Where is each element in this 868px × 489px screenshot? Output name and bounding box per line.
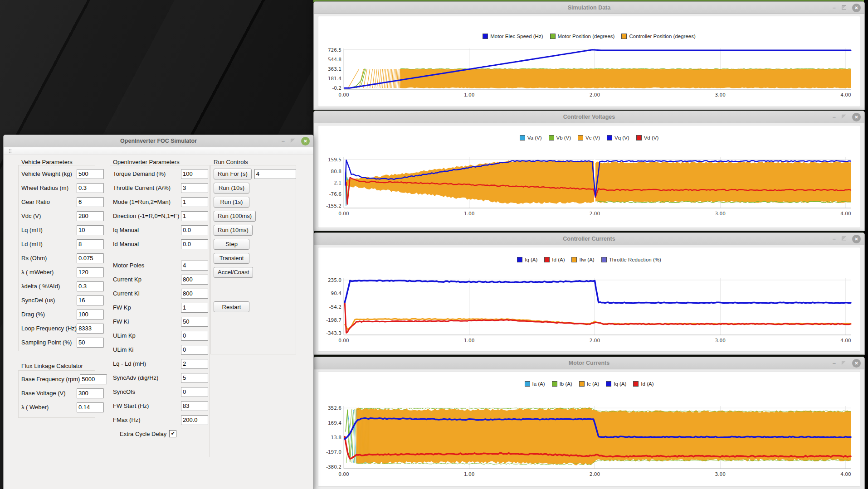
parameter-input[interactable] — [181, 331, 208, 341]
parameter-input[interactable] — [181, 211, 208, 221]
field-label: FW Start (Hz) — [113, 402, 181, 409]
titlebar[interactable]: Simulation Data – ✕ — [314, 2, 864, 14]
run-control-button[interactable]: Run (10ms) — [214, 225, 253, 236]
form-row: Motor Poles — [113, 258, 208, 272]
close-button[interactable]: ✕ — [852, 359, 861, 368]
extra-cycle-delay-checkbox[interactable]: ✔ — [169, 430, 176, 437]
parameter-input[interactable] — [77, 338, 104, 348]
parameter-input[interactable] — [181, 275, 208, 285]
maximize-button[interactable] — [842, 361, 846, 365]
field-label: Lq (mH) — [21, 227, 77, 233]
parameter-input[interactable] — [181, 359, 208, 369]
parameter-input[interactable] — [77, 225, 104, 235]
close-button[interactable]: ✕ — [852, 113, 861, 121]
parameter-input[interactable] — [77, 295, 104, 305]
parameter-input[interactable] — [77, 197, 104, 207]
parameter-input[interactable] — [77, 324, 104, 334]
parameter-input[interactable] — [181, 345, 208, 355]
parameter-input[interactable] — [77, 310, 104, 320]
run-control-button[interactable]: Step — [214, 239, 249, 250]
svg-text:1.00: 1.00 — [464, 92, 474, 97]
titlebar[interactable]: Controller Currents – ✕ — [314, 233, 864, 245]
form-row: SyncOfs — [113, 385, 208, 399]
field-label: SyncOfs — [113, 388, 181, 395]
maximize-button[interactable] — [842, 5, 846, 10]
close-button[interactable]: ✕ — [852, 235, 861, 243]
section-header-openinverter-parameters: OpenInverter Parameters — [113, 159, 180, 165]
close-button[interactable]: ✕ — [301, 137, 310, 145]
run-for-seconds-input[interactable] — [254, 169, 296, 179]
parameter-input[interactable] — [77, 402, 104, 412]
svg-text:4.00: 4.00 — [840, 471, 851, 477]
close-button[interactable]: ✕ — [852, 4, 861, 12]
titlebar[interactable]: OpenInverter FOC Simulator – ✕ — [4, 135, 313, 147]
form-row: Base Frequency (rpm) — [21, 372, 103, 386]
parameter-input[interactable] — [77, 267, 104, 277]
form-row: Wheel Radius (m) — [21, 181, 103, 195]
parameter-input[interactable] — [77, 253, 104, 263]
parameter-input[interactable] — [77, 169, 104, 179]
maximize-button[interactable] — [842, 115, 846, 119]
form-row: Current Ki — [113, 286, 208, 300]
parameter-input[interactable] — [77, 281, 104, 291]
field-label: SyncDel (us) — [21, 297, 77, 304]
svg-text:2.1: 2.1 — [334, 180, 341, 185]
field-label: Lq - Ld (mH) — [113, 360, 181, 367]
window-controls: – ✕ — [282, 135, 310, 147]
svg-text:3.00: 3.00 — [715, 211, 726, 216]
maximize-button[interactable] — [291, 139, 295, 143]
parameter-input[interactable] — [181, 317, 208, 327]
minimize-button[interactable]: – — [833, 233, 836, 245]
chart-plot: 159.580.82.1-76.6-155.20.001.002.003.004… — [318, 126, 860, 228]
minimize-button[interactable]: – — [833, 111, 836, 123]
field-label: FMax (Hz) — [113, 416, 181, 423]
run-control-button[interactable]: Run (100ms) — [214, 211, 256, 222]
run-control-button[interactable]: Run (1s) — [214, 197, 249, 208]
minimize-button[interactable]: – — [833, 2, 836, 14]
parameter-input[interactable] — [181, 303, 208, 313]
field-label: Current Kp — [113, 276, 181, 283]
parameter-input[interactable] — [77, 239, 104, 249]
parameter-input[interactable] — [181, 169, 208, 179]
svg-text:2.00: 2.00 — [590, 92, 600, 97]
parameter-input[interactable] — [80, 374, 107, 384]
toolbar-grip-icon[interactable] — [9, 149, 12, 154]
parameter-input[interactable] — [77, 183, 104, 193]
parameter-input[interactable] — [181, 373, 208, 383]
minimize-button[interactable]: – — [833, 357, 836, 369]
parameter-input[interactable] — [77, 211, 104, 221]
window-controls: – ✕ — [833, 233, 861, 245]
chart-plot: 726.5544.8363.1181.4-0.20.001.002.003.00… — [318, 16, 860, 107]
minimize-button[interactable]: – — [282, 135, 285, 147]
parameter-input[interactable] — [181, 225, 208, 235]
run-control-button[interactable]: Run (10s) — [214, 183, 249, 194]
svg-text:-155.2: -155.2 — [326, 203, 341, 208]
parameter-input[interactable] — [181, 197, 208, 207]
parameter-input[interactable] — [181, 289, 208, 299]
run-control-button[interactable]: Accel/Coast — [214, 267, 253, 278]
svg-text:0.00: 0.00 — [338, 471, 349, 477]
section-header-run-controls: Run Controls — [214, 159, 248, 165]
chart-panel: Ia (A)Ib (A)Ic (A)Iq (A)Id (A) 352.6169.… — [318, 371, 860, 487]
svg-text:3.00: 3.00 — [715, 92, 726, 97]
svg-text:-198.7: -198.7 — [326, 317, 341, 323]
parameter-input[interactable] — [181, 183, 208, 193]
parameter-input[interactable] — [181, 239, 208, 249]
parameter-input[interactable] — [181, 387, 208, 397]
titlebar[interactable]: Controller Voltages – ✕ — [314, 111, 864, 123]
field-label: λ ( mWeber) — [21, 269, 77, 276]
parameter-input[interactable] — [181, 415, 208, 425]
svg-text:352.6: 352.6 — [328, 405, 341, 411]
window-title: OpenInverter FOC Simulator — [4, 135, 313, 147]
restart-button[interactable]: Restart — [214, 301, 249, 312]
parameter-input[interactable] — [181, 261, 208, 271]
run-for-button[interactable]: Run For (s) — [214, 169, 252, 179]
parameter-input[interactable] — [181, 401, 208, 411]
svg-text:-0.2: -0.2 — [332, 85, 342, 91]
window-openinverter-foc-simulator: OpenInverter FOC Simulator – ✕ Vehicle P… — [3, 135, 314, 489]
run-control-button[interactable]: Transient — [214, 253, 249, 264]
parameter-input[interactable] — [77, 388, 104, 398]
titlebar[interactable]: Motor Currents – ✕ — [314, 357, 864, 369]
maximize-button[interactable] — [842, 237, 846, 241]
chart-panel: Va (V)Vb (V)Vc (V)Vq (V)Vd (V) 159.580.8… — [318, 125, 860, 228]
